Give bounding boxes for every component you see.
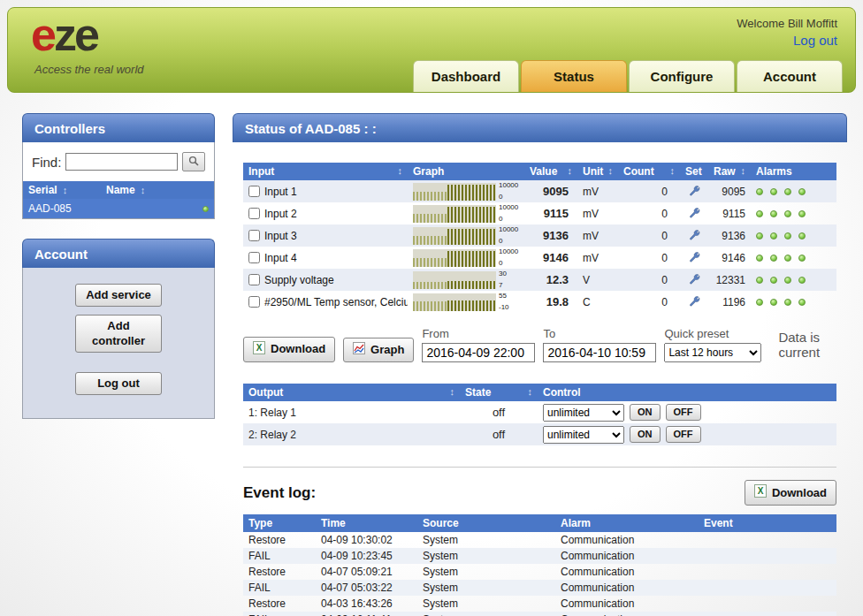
online-status-led bbox=[202, 206, 209, 212]
column-name[interactable]: Name↕ bbox=[101, 181, 214, 199]
controllers-table-body: AAD-085 bbox=[23, 199, 214, 218]
input-value: 19.8 bbox=[524, 291, 577, 313]
graph-button[interactable]: Graph bbox=[343, 338, 414, 362]
tab-dashboard[interactable]: Dashboard bbox=[413, 60, 519, 92]
column-raw[interactable]: Raw↕ bbox=[708, 163, 751, 180]
column-unit[interactable]: Unit↕ bbox=[577, 163, 618, 180]
event-alarm: Communication bbox=[555, 564, 699, 580]
column-value[interactable]: Value↕ bbox=[524, 163, 577, 180]
settings-wrench-icon[interactable] bbox=[689, 275, 700, 287]
column-input[interactable]: Input↕ bbox=[243, 163, 408, 180]
account-panel-title: Account bbox=[22, 239, 215, 268]
output-on-button[interactable]: ON bbox=[630, 404, 661, 422]
output-on-button[interactable]: ON bbox=[630, 426, 661, 444]
controls-bar: X Download Graph From bbox=[243, 327, 836, 362]
download-button[interactable]: X Download bbox=[243, 337, 335, 362]
find-label: Find: bbox=[32, 155, 61, 170]
input-checkbox[interactable] bbox=[248, 186, 260, 197]
input-unit: mV bbox=[577, 224, 618, 247]
input-value: 9146 bbox=[524, 247, 577, 269]
account-panel: Account Add service Add controller Log o… bbox=[22, 239, 215, 419]
input-value: 9136 bbox=[524, 224, 577, 247]
event-download-button[interactable]: X Download bbox=[745, 480, 836, 506]
sort-icon[interactable]: ↕ bbox=[63, 185, 68, 195]
settings-wrench-icon[interactable] bbox=[689, 297, 700, 309]
settings-wrench-icon[interactable] bbox=[689, 231, 700, 243]
alarm-led bbox=[798, 255, 806, 262]
sort-icon[interactable]: ↕ bbox=[568, 165, 573, 176]
output-state: off bbox=[460, 401, 538, 423]
site-header: eze Access the real world Welcome Bill M… bbox=[7, 7, 856, 93]
input-checkbox[interactable] bbox=[248, 230, 260, 241]
find-row: Find: bbox=[23, 142, 214, 181]
svg-text:X: X bbox=[758, 486, 764, 496]
alarm-led bbox=[770, 188, 777, 195]
input-checkbox[interactable] bbox=[248, 296, 260, 308]
sort-icon[interactable]: ↕ bbox=[141, 185, 146, 195]
input-name: Input 3 bbox=[264, 230, 297, 242]
column-alarm: Alarm bbox=[555, 514, 699, 532]
column-serial[interactable]: Serial↕ bbox=[23, 181, 101, 199]
main-area: Status of AAD-085 : : Input↕ Graph Value… bbox=[233, 113, 847, 616]
input-unit: mV bbox=[577, 247, 618, 269]
add-controller-button[interactable]: Add controller bbox=[75, 315, 162, 353]
input-unit: V bbox=[577, 269, 618, 291]
mini-graph bbox=[413, 183, 496, 201]
sort-icon[interactable]: ↕ bbox=[528, 386, 533, 397]
input-count: 0 bbox=[618, 202, 680, 224]
input-checkbox[interactable] bbox=[248, 274, 260, 285]
output-state: off bbox=[460, 423, 538, 445]
output-off-button[interactable]: OFF bbox=[666, 404, 701, 422]
settings-wrench-icon[interactable] bbox=[689, 209, 700, 221]
find-button[interactable] bbox=[182, 152, 205, 171]
page: eze Access the real world Welcome Bill M… bbox=[0, 0, 863, 616]
column-graph: Graph bbox=[408, 163, 524, 180]
output-mode-select[interactable]: unlimited bbox=[543, 426, 624, 444]
sort-icon[interactable]: ↕ bbox=[670, 165, 676, 176]
events-table: Type Time Source Alarm Event Restore 04-… bbox=[243, 514, 836, 616]
tab-status[interactable]: Status bbox=[521, 60, 627, 92]
input-checkbox[interactable] bbox=[248, 252, 260, 263]
event-source: System bbox=[417, 564, 555, 580]
to-input[interactable] bbox=[543, 343, 656, 362]
controllers-panel-body: Find: Serial↕ Name↕ bbox=[22, 142, 215, 219]
quick-preset-select[interactable]: Last 12 hours bbox=[664, 343, 761, 362]
find-input[interactable] bbox=[65, 153, 178, 171]
tab-account[interactable]: Account bbox=[737, 60, 843, 92]
event-row: FAIL 04-03 16:11:41 System Communication bbox=[243, 612, 836, 616]
column-count[interactable]: Count↕ bbox=[618, 163, 680, 180]
column-state[interactable]: State↕ bbox=[460, 384, 538, 401]
input-unit: C bbox=[577, 291, 618, 313]
output-mode-select[interactable]: unlimited bbox=[543, 404, 624, 422]
preset-group: Quick preset Last 12 hours bbox=[664, 327, 761, 362]
event-row: Restore 04-09 10:30:02 System Communicat… bbox=[243, 532, 836, 548]
sort-icon[interactable]: ↕ bbox=[741, 165, 746, 176]
logo-letters-ze: ze bbox=[54, 9, 97, 60]
event-time: 04-09 10:23:45 bbox=[316, 548, 417, 564]
graph-scale: 10000 0 bbox=[499, 182, 518, 201]
events-table-header: Type Time Source Alarm Event bbox=[243, 514, 836, 532]
tab-configure[interactable]: Configure bbox=[629, 60, 735, 92]
output-name: 1: Relay 1 bbox=[243, 401, 460, 423]
logout-button[interactable]: Log out bbox=[75, 372, 162, 395]
sort-icon[interactable]: ↕ bbox=[450, 386, 455, 397]
sort-icon[interactable]: ↕ bbox=[398, 165, 403, 176]
settings-wrench-icon[interactable] bbox=[689, 253, 700, 265]
input-value: 9115 bbox=[524, 202, 577, 224]
column-output[interactable]: Output↕ bbox=[243, 384, 460, 401]
input-count: 0 bbox=[618, 247, 680, 269]
input-checkbox[interactable] bbox=[248, 208, 260, 219]
sort-icon[interactable]: ↕ bbox=[608, 165, 614, 176]
to-label: To bbox=[543, 327, 656, 340]
controller-row[interactable]: AAD-085 bbox=[23, 199, 214, 218]
user-area: Welcome Bill Moffitt Log out bbox=[737, 17, 837, 49]
event-type: Restore bbox=[243, 532, 316, 548]
logo[interactable]: eze bbox=[31, 10, 97, 60]
logout-link[interactable]: Log out bbox=[793, 33, 837, 48]
from-input[interactable] bbox=[422, 343, 535, 362]
output-off-button[interactable]: OFF bbox=[666, 426, 701, 444]
add-service-button[interactable]: Add service bbox=[75, 284, 162, 307]
event-time: 04-09 10:30:02 bbox=[316, 532, 417, 548]
input-row: Input 2 10000 0 9115 mV 0 9115 bbox=[243, 202, 836, 224]
settings-wrench-icon[interactable] bbox=[689, 186, 700, 199]
